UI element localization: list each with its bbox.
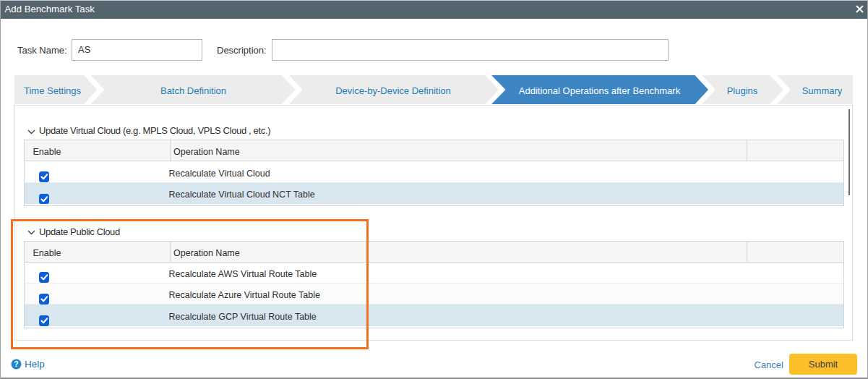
svg-text:?: ? — [14, 359, 18, 368]
